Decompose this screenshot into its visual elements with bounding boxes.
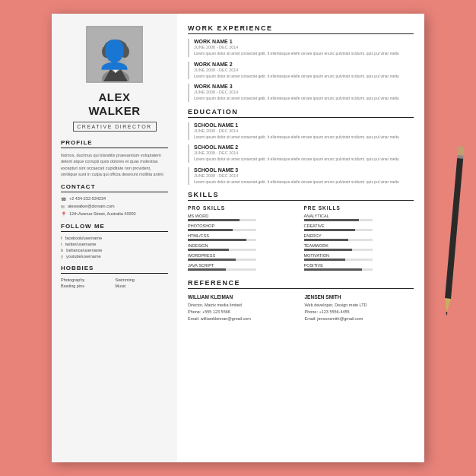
pencil-point <box>446 312 447 316</box>
pro-skill-item: JAVA SCRIPT <box>188 263 298 271</box>
pre-skills-title: PRE SKILLS <box>304 205 414 211</box>
school-title: SCHOOL NAME 3 <box>194 167 414 173</box>
skills-section-title: SKILLS <box>188 191 414 201</box>
right-column: WORK EXPERIENCE WORK NAME 1JUNE 2008 - D… <box>177 14 424 462</box>
phone-contact: ☎ +2 434-232-534234 <box>61 196 168 202</box>
svg-point-5 <box>102 46 111 58</box>
location-icon: 📍 <box>61 211 66 217</box>
work-desc: Lorem ipsum dolor sit amet consectet gel… <box>194 51 414 57</box>
person-name: ALEX WALKER <box>61 90 168 118</box>
work-date: JUNE 2008 - DEC 2014 <box>194 45 414 49</box>
pro-skills-col: PRO SKILLS MS WORDPHOTOSHOPHTML/CSSINDES… <box>188 205 298 273</box>
photo-placeholder <box>87 27 141 81</box>
contact-section-title: CONTACT <box>61 183 168 192</box>
social-icon: y <box>61 254 63 259</box>
follow-section-title: FOLLOW ME <box>61 223 168 232</box>
job-title: CREATIVE DIRECTOR <box>73 122 157 132</box>
work-desc: Lorem ipsum dolor sit amet consectet gel… <box>194 74 414 80</box>
education-section-title: EDUCATION <box>188 108 414 118</box>
work-list: WORK NAME 1JUNE 2008 - DEC 2014Lorem ips… <box>188 39 414 102</box>
social-item: ttwitter/username <box>61 242 168 246</box>
school-title: SCHOOL NAME 2 <box>194 144 414 150</box>
pencil-decoration <box>443 146 464 313</box>
social-item: yyoutube/username <box>61 254 168 259</box>
pro-skill-item: WORDPRESS <box>188 253 298 261</box>
pencil-body <box>445 158 463 299</box>
pro-skill-item: HTML/CSS <box>188 233 298 241</box>
education-item: SCHOOL NAME 3JUNE 2008 - DEC 2014Lorem i… <box>188 167 414 186</box>
social-item: bbehance/username <box>61 248 168 252</box>
pre-skill-item: CREATIVE <box>304 224 414 231</box>
hobbies-grid: PhotographySwimmingBowling pinsMusic <box>61 278 168 288</box>
pre-skill-item: ENERGY <box>304 233 414 241</box>
school-desc: Lorem ipsum dolor sit amet consectet gel… <box>194 135 414 141</box>
socials-list: ffacebook/usernamettwitter/usernamebbeha… <box>61 236 168 259</box>
school-desc: Lorem ipsum dolor sit amet consectet gel… <box>194 179 414 186</box>
phone-icon: ☎ <box>61 196 66 202</box>
pro-skill-item: MS WORD <box>188 214 298 221</box>
reference-item: JENSEN SMITHWeb developer, Design mate L… <box>305 294 414 322</box>
pre-skill-item: POSITIVE <box>304 263 414 271</box>
pencil-tip <box>444 298 452 313</box>
social-item: ffacebook/username <box>61 236 168 240</box>
profile-section-title: PROFILE <box>61 139 168 148</box>
svg-point-4 <box>104 40 127 55</box>
skills-container: PRO SKILLS MS WORDPHOTOSHOPHTML/CSSINDES… <box>188 205 414 273</box>
profile-photo <box>86 26 143 83</box>
email-contact: ✉ alexwalker@domain.com <box>61 204 168 209</box>
hobby-item: Music <box>116 284 169 288</box>
pre-skill-item: TEAMWORK <box>304 243 414 251</box>
hobbies-section-title: HOBBIES <box>61 265 168 274</box>
hobby-item: Swimming <box>116 278 169 282</box>
email-icon: ✉ <box>61 204 65 209</box>
school-date: JUNE 2008 - DEC 2014 <box>194 173 414 178</box>
pre-skill-item: MOTIVATION <box>304 253 414 261</box>
pre-skill-item: ANALYTICAL <box>304 214 414 221</box>
hobby-item: Photography <box>61 278 114 282</box>
social-icon: t <box>61 242 62 246</box>
svg-point-6 <box>120 46 129 58</box>
school-desc: Lorem ipsum dolor sit amet consectet gel… <box>194 157 414 163</box>
svg-point-7 <box>110 57 113 59</box>
work-item: WORK NAME 1JUNE 2008 - DEC 2014Lorem ips… <box>188 39 414 57</box>
work-title: WORK NAME 3 <box>194 84 414 89</box>
work-section-title: WORK EXPERIENCE <box>188 24 414 34</box>
work-date: JUNE 2008 - DEC 2014 <box>194 68 414 72</box>
school-title: SCHOOL NAME 1 <box>194 122 414 128</box>
school-date: JUNE 2008 - DEC 2014 <box>194 151 414 155</box>
work-title: WORK NAME 2 <box>194 62 414 67</box>
education-item: SCHOOL NAME 2JUNE 2008 - DEC 2014Lorem i… <box>188 144 414 163</box>
work-desc: Lorem ipsum dolor sit amet consectet gel… <box>194 96 414 102</box>
svg-point-8 <box>118 57 121 59</box>
reference-item: WILLIAM KLEIMANDirector, Matrix media li… <box>188 294 297 322</box>
pencil-eraser <box>458 146 465 156</box>
left-column: ALEX WALKER CREATIVE DIRECTOR PROFILE Ii… <box>52 14 177 462</box>
work-item: WORK NAME 3JUNE 2008 - DEC 2014Lorem ips… <box>188 84 414 102</box>
reference-container: WILLIAM KLEIMANDirector, Matrix media li… <box>188 294 414 322</box>
social-icon: b <box>61 248 63 252</box>
education-list: SCHOOL NAME 1JUNE 2008 - DEC 2014Lorem i… <box>188 122 414 186</box>
svg-point-3 <box>105 46 126 70</box>
education-item: SCHOOL NAME 1JUNE 2008 - DEC 2014Lorem i… <box>188 122 414 141</box>
profile-text: Iistmos, ducimus qui blanditis praesanti… <box>61 152 168 177</box>
school-date: JUNE 2008 - DEC 2014 <box>194 129 414 133</box>
work-date: JUNE 2008 - DEC 2014 <box>194 90 414 94</box>
work-item: WORK NAME 2JUNE 2008 - DEC 2014Lorem ips… <box>188 62 414 80</box>
work-title: WORK NAME 1 <box>194 39 414 44</box>
reference-section-title: REFERENCE <box>188 279 414 289</box>
pre-skills-col: PRE SKILLS ANALYTICALCREATIVEENERGYTEAMW… <box>304 205 414 273</box>
pro-skill-item: PHOTOSHOP <box>188 224 298 231</box>
pro-skill-item: INDESIGN <box>188 243 298 251</box>
address-contact: 📍 12th Avenue Street, Australia 40000 <box>61 211 168 217</box>
hobby-item: Bowling pins <box>61 284 114 288</box>
resume-document: ALEX WALKER CREATIVE DIRECTOR PROFILE Ii… <box>52 14 424 462</box>
social-icon: f <box>61 236 62 240</box>
pro-skills-title: PRO SKILLS <box>188 205 298 211</box>
